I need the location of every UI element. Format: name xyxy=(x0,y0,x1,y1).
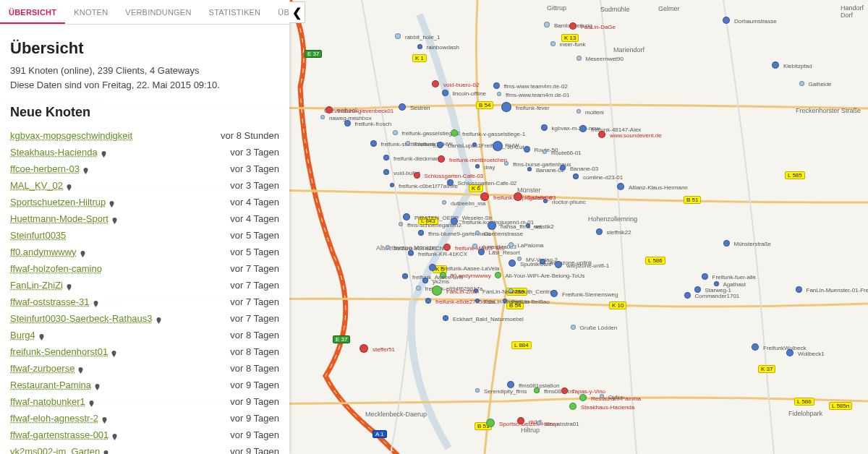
node-link[interactable]: Burg4 xyxy=(10,330,45,340)
map-node[interactable] xyxy=(569,403,576,410)
map-node[interactable] xyxy=(503,299,507,303)
map-node[interactable] xyxy=(799,81,804,86)
map-node[interactable] xyxy=(579,125,587,132)
map-node[interactable] xyxy=(617,183,624,190)
node-link[interactable]: Steakhaus-Hacienda xyxy=(10,147,107,158)
node-link[interactable]: ffwaf-natobunker1 xyxy=(10,396,95,407)
map-node[interactable] xyxy=(386,245,390,249)
map-node[interactable] xyxy=(571,325,576,330)
node-link[interactable]: Steinfurt0030-Saerbeck-Rathaus3 xyxy=(10,313,162,324)
map-node[interactable] xyxy=(576,56,582,61)
map-node[interactable] xyxy=(714,281,719,286)
map-node[interactable] xyxy=(480,192,489,201)
map-node[interactable] xyxy=(598,131,605,138)
node-link[interactable]: ffcoe-herbern-03 xyxy=(10,163,89,174)
map-node[interactable] xyxy=(475,164,480,168)
tab-stats[interactable]: STATISTIKEN xyxy=(200,0,270,24)
map-node[interactable] xyxy=(414,172,420,179)
map-node[interactable] xyxy=(408,250,414,256)
map-node[interactable] xyxy=(576,109,581,113)
map-node[interactable] xyxy=(475,231,480,235)
map-node[interactable] xyxy=(772,61,779,69)
map-node[interactable] xyxy=(383,169,389,175)
map-node[interactable] xyxy=(451,129,458,137)
map-node[interactable] xyxy=(501,102,511,112)
map-node[interactable] xyxy=(474,288,478,293)
map-node[interactable] xyxy=(437,142,443,148)
tab-nodes[interactable]: KNOTEN xyxy=(65,0,116,24)
map-node[interactable] xyxy=(786,349,793,356)
map-node[interactable] xyxy=(526,223,530,228)
node-link[interactable]: ff0.andymwwwy xyxy=(10,247,86,257)
map-node[interactable] xyxy=(555,261,562,268)
collapse-sidebar-button[interactable]: ❮ xyxy=(289,1,305,23)
map-node[interactable] xyxy=(752,343,759,351)
node-link[interactable]: ffwaf-oststrasse-31 xyxy=(10,296,99,307)
node-link[interactable]: ffwaf-holzofen-camino xyxy=(10,263,102,274)
map-node[interactable] xyxy=(326,106,333,113)
map-node[interactable] xyxy=(478,249,485,255)
map-node[interactable] xyxy=(399,103,406,111)
map-node[interactable] xyxy=(514,192,522,201)
map-node[interactable] xyxy=(544,22,550,27)
map-node[interactable] xyxy=(524,146,530,153)
map-node[interactable] xyxy=(723,17,730,24)
map-node[interactable] xyxy=(579,394,587,401)
map-node[interactable] xyxy=(540,259,545,265)
map-node[interactable] xyxy=(560,165,566,171)
map-node[interactable] xyxy=(432,80,439,87)
map-node[interactable] xyxy=(393,130,398,135)
map-node[interactable] xyxy=(406,141,410,145)
map-node[interactable] xyxy=(418,230,424,236)
map-node[interactable] xyxy=(440,272,446,278)
map-node[interactable] xyxy=(447,179,454,186)
node-link[interactable]: yk2ms002-im_Garten xyxy=(10,446,109,454)
node-link[interactable]: Sportschuetzen-Hiltrup xyxy=(10,197,115,207)
map-node[interactable] xyxy=(443,315,448,321)
map-node[interactable] xyxy=(475,388,480,393)
map-node[interactable] xyxy=(399,222,403,226)
map-node[interactable] xyxy=(550,290,558,297)
map-node[interactable] xyxy=(541,124,548,131)
map-node[interactable] xyxy=(543,199,548,203)
map-node[interactable] xyxy=(507,381,514,388)
map-node[interactable] xyxy=(416,286,421,291)
map-node[interactable] xyxy=(320,115,325,119)
map-node[interactable] xyxy=(442,90,448,96)
map-node[interactable] xyxy=(573,174,579,179)
map-node[interactable] xyxy=(438,155,445,163)
map-node[interactable] xyxy=(417,44,422,49)
map-node[interactable] xyxy=(527,167,532,171)
map-node[interactable] xyxy=(390,183,394,187)
map-node[interactable] xyxy=(517,417,524,424)
map-node[interactable] xyxy=(542,150,547,154)
map-node[interactable] xyxy=(495,272,501,278)
map-node[interactable] xyxy=(537,421,541,425)
map-node[interactable] xyxy=(402,273,408,279)
map-node[interactable] xyxy=(429,264,436,271)
node-link[interactable]: Restaurant-Pamina xyxy=(10,380,101,390)
map-node[interactable] xyxy=(509,260,516,267)
map-node[interactable] xyxy=(796,286,802,293)
map-node[interactable] xyxy=(486,419,495,427)
map-node[interactable] xyxy=(472,244,477,249)
map-node[interactable] xyxy=(493,141,503,151)
map-node[interactable] xyxy=(422,278,428,283)
map-node[interactable] xyxy=(344,120,351,127)
map-node[interactable] xyxy=(395,33,401,39)
map-node[interactable] xyxy=(596,228,603,235)
map-node[interactable] xyxy=(684,292,691,299)
map-node[interactable] xyxy=(493,82,500,89)
map-node[interactable] xyxy=(561,387,568,394)
map-node[interactable] xyxy=(370,140,377,147)
node-link[interactable]: freifunk-Sendenhorst01 xyxy=(10,346,117,357)
map-node[interactable] xyxy=(442,200,446,205)
map-node[interactable] xyxy=(451,218,458,225)
map-node[interactable] xyxy=(488,221,496,230)
map-node[interactable] xyxy=(517,257,522,261)
map-node[interactable] xyxy=(475,299,480,303)
map-node[interactable] xyxy=(723,240,730,247)
map-node[interactable] xyxy=(432,286,442,296)
map-node[interactable] xyxy=(702,273,708,280)
node-link[interactable]: kgbvax-mopsgeschwindigkeit xyxy=(10,130,132,141)
